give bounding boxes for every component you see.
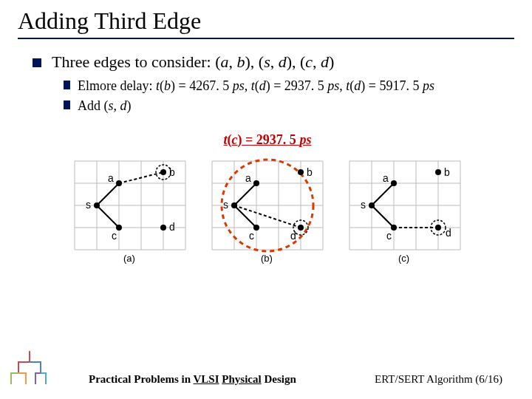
node-label-a: a <box>108 172 114 184</box>
svg-point-15 <box>116 180 122 186</box>
svg-point-38 <box>298 225 304 231</box>
node-label-d: d <box>446 227 451 239</box>
main-bullet-row: Three edges to consider: (a, b), (s, d),… <box>33 52 502 72</box>
node-label-b: b <box>444 166 450 178</box>
svg-point-14 <box>94 202 100 208</box>
tick-bullet-icon <box>64 100 70 109</box>
sub-bullet-1: Elmore delay: t(b) = 4267. 5 ps, t(d) = … <box>64 76 502 96</box>
svg-point-34 <box>231 202 237 208</box>
node-label-s: s <box>223 199 228 211</box>
tick-bullet-icon <box>64 81 70 89</box>
diagram-caption-b: (b) <box>261 253 273 264</box>
node-label-a: a <box>245 172 251 184</box>
node-label-c: c <box>249 230 254 242</box>
diagram-a: s a b c d (a) <box>67 154 193 267</box>
svg-line-11 <box>97 183 119 205</box>
svg-point-37 <box>253 225 259 231</box>
square-bullet-icon <box>33 58 41 67</box>
svg-line-31 <box>234 183 256 205</box>
node-label-a: a <box>383 172 389 184</box>
svg-point-35 <box>253 180 259 186</box>
footer-left: Practical Problems in VLSI Physical Desi… <box>89 373 296 386</box>
sub-bullet-2: Add (s, d) <box>64 96 502 116</box>
node-label-c: c <box>112 230 117 242</box>
svg-line-51 <box>372 183 394 205</box>
diagram-c: s a b c d (c) <box>342 154 468 267</box>
node-label-d: d <box>290 230 296 242</box>
svg-point-16 <box>160 169 166 175</box>
node-label-b: b <box>169 166 175 178</box>
svg-point-55 <box>391 180 397 186</box>
svg-line-32 <box>234 205 301 228</box>
diagram-c-svg: s a b c d (c) <box>342 154 468 265</box>
svg-point-18 <box>160 225 166 231</box>
svg-line-13 <box>97 205 119 228</box>
sub-bullet-1-text: Elmore delay: t(b) = 4267. 5 ps, t(d) = … <box>78 76 434 96</box>
svg-point-57 <box>391 225 397 231</box>
sub-bullet-2-text: Add (s, d) <box>78 96 132 116</box>
diagram-b-svg: s a b c d (b) <box>205 154 330 265</box>
node-label-c: c <box>386 230 392 242</box>
diagram-caption-c: (c) <box>398 253 409 264</box>
footer-right: ERT/SERT Algorithm (6/16) <box>375 373 502 386</box>
node-label-b: b <box>307 166 313 178</box>
diagram-caption-a: (a) <box>123 253 135 264</box>
svg-point-54 <box>369 202 375 208</box>
slide-title: Adding Third Edge <box>18 7 514 39</box>
node-label-d: d <box>169 221 175 233</box>
diagram-b: s a b c d (b) <box>205 154 330 267</box>
main-bullet-text: Three edges to consider: (a, b), (s, d),… <box>52 52 334 72</box>
node-label-s: s <box>86 199 91 211</box>
svg-point-36 <box>298 169 304 175</box>
svg-point-56 <box>435 169 441 175</box>
node-label-s: s <box>361 199 366 211</box>
svg-line-53 <box>372 205 394 228</box>
svg-point-17 <box>116 225 122 231</box>
svg-point-58 <box>435 225 441 231</box>
diagram-row: s a b c d (a) s a <box>33 154 502 267</box>
diagram-a-svg: s a b c d (a) <box>67 154 193 265</box>
highlight-label: t(c) = 2937. 5 ps <box>33 132 502 148</box>
